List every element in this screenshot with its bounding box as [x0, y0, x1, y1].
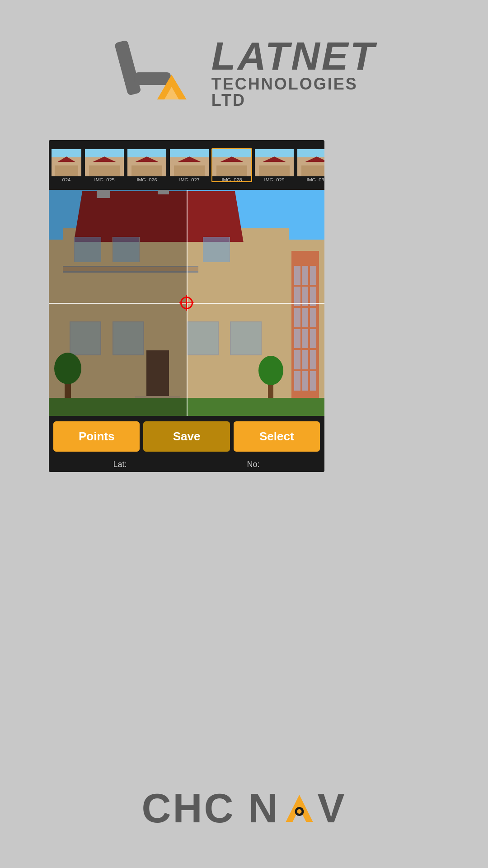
lat-display: Lat:: [53, 460, 187, 469]
svg-rect-1: [135, 72, 171, 85]
chimney-left: [97, 190, 110, 198]
window-lower-3: [187, 321, 219, 355]
latnet-logo: LATNET TECHNOLOGIES LTD: [112, 36, 376, 108]
tree-right: [258, 356, 283, 398]
mansion-body: [63, 228, 289, 398]
film-label-024: 024: [52, 177, 81, 182]
film-thumb-027[interactable]: IMG_027: [169, 148, 210, 182]
window-upper-3: [203, 237, 230, 262]
film-thumb-028[interactable]: IMG_028: [211, 148, 252, 182]
film-label-030: IMG_030: [297, 177, 324, 182]
chcnav-suffix: V: [317, 785, 346, 832]
mansion-roof: [74, 191, 244, 242]
latnet-name: LATNET: [211, 36, 376, 76]
film-thumb-029[interactable]: IMG_029: [254, 148, 295, 182]
latnet-logo-icon: [112, 36, 202, 108]
film-label-027: IMG_027: [170, 177, 209, 182]
chcnav-icon: [281, 793, 317, 829]
tall-building: [291, 251, 319, 398]
main-image[interactable]: [49, 190, 324, 416]
latnet-logo-text: LATNET TECHNOLOGIES LTD: [211, 36, 376, 108]
chcnav-name: CHC N: [141, 785, 279, 832]
tall-building-windows: [294, 266, 316, 391]
window-upper-1: [74, 237, 101, 262]
svg-rect-0: [114, 40, 141, 96]
film-thumb-026[interactable]: IMG_026: [127, 148, 167, 182]
no-display: No:: [187, 460, 320, 469]
button-bar: Points Save Select: [49, 416, 324, 457]
window-lower-4: [230, 321, 262, 355]
window-lower-2: [113, 321, 144, 355]
svg-point-6: [297, 809, 301, 814]
viewer-panel: 024 IMG_025 IMG_026 IMG_027 IMG_028 IMG_…: [49, 140, 324, 472]
chcnav-logo: CHC N V: [141, 785, 346, 832]
select-button[interactable]: Select: [234, 421, 320, 452]
grass: [49, 398, 324, 416]
filmstrip: 024 IMG_025 IMG_026 IMG_027 IMG_028 IMG_…: [49, 140, 324, 190]
save-button[interactable]: Save: [143, 421, 230, 452]
chimney-center: [158, 190, 169, 194]
film-label-025: IMG_025: [85, 177, 124, 182]
film-label-029: IMG_029: [255, 177, 294, 182]
film-label-028: IMG_028: [212, 177, 251, 182]
balcony-rail: [63, 266, 198, 273]
film-thumb-024[interactable]: 024: [51, 148, 82, 182]
latnet-subtitle: TECHNOLOGIES LTD: [211, 76, 376, 108]
film-thumb-030[interactable]: IMG_030: [296, 148, 324, 182]
points-button[interactable]: Points: [53, 421, 140, 452]
window-lower-1: [70, 321, 101, 355]
door: [146, 350, 169, 398]
status-bar: Lat: No:: [49, 457, 324, 472]
window-upper-2: [113, 237, 140, 262]
tree-left: [54, 353, 81, 398]
film-thumb-025[interactable]: IMG_025: [84, 148, 125, 182]
film-label-026: IMG_026: [127, 177, 166, 182]
